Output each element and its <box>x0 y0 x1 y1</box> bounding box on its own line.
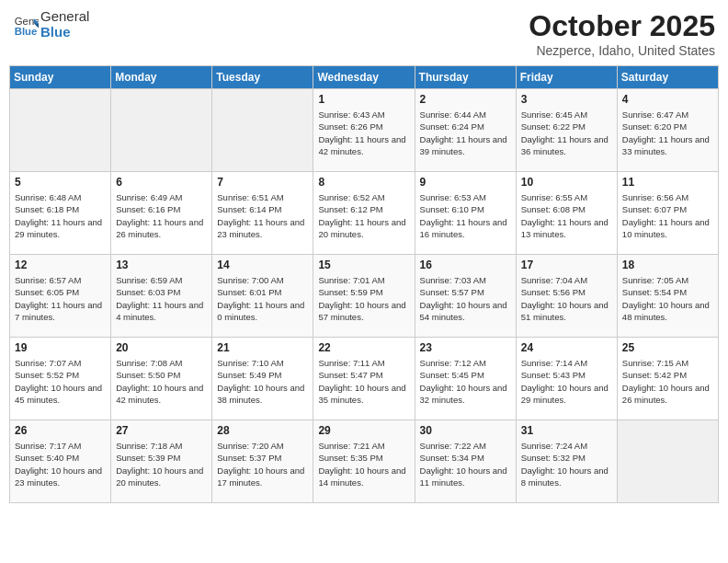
day-number: 29 <box>318 424 409 437</box>
day-number: 3 <box>521 93 612 106</box>
day-number: 24 <box>521 341 612 354</box>
day-number: 15 <box>318 259 409 271</box>
calendar-cell: 16Sunrise: 7:03 AM Sunset: 5:57 PM Dayli… <box>415 255 516 338</box>
weekday-header-friday: Friday <box>516 66 617 89</box>
day-number: 10 <box>521 176 612 189</box>
day-info: Sunrise: 7:05 AM Sunset: 5:54 PM Dayligh… <box>622 274 713 323</box>
day-info: Sunrise: 7:01 AM Sunset: 5:59 PM Dayligh… <box>318 274 409 323</box>
day-number: 21 <box>217 341 308 354</box>
calendar-cell: 10Sunrise: 6:55 AM Sunset: 6:08 PM Dayli… <box>516 172 617 255</box>
day-number: 9 <box>420 176 511 189</box>
day-info: Sunrise: 6:57 AM Sunset: 6:05 PM Dayligh… <box>15 274 106 323</box>
svg-text:Blue: Blue <box>15 25 38 36</box>
calendar-cell: 9Sunrise: 6:53 AM Sunset: 6:10 PM Daylig… <box>415 172 516 255</box>
day-number: 1 <box>318 93 409 106</box>
logo-icon: General Blue <box>13 12 39 38</box>
day-info: Sunrise: 7:18 AM Sunset: 5:39 PM Dayligh… <box>116 440 207 488</box>
day-number: 7 <box>217 176 308 189</box>
calendar-cell: 4Sunrise: 6:47 AM Sunset: 6:20 PM Daylig… <box>617 89 718 172</box>
day-number: 16 <box>420 259 511 271</box>
day-info: Sunrise: 7:04 AM Sunset: 5:56 PM Dayligh… <box>521 274 612 323</box>
calendar-cell: 7Sunrise: 6:51 AM Sunset: 6:14 PM Daylig… <box>212 172 313 255</box>
day-info: Sunrise: 7:11 AM Sunset: 5:47 PM Dayligh… <box>318 357 409 406</box>
day-number: 2 <box>420 93 511 106</box>
calendar-cell: 2Sunrise: 6:44 AM Sunset: 6:24 PM Daylig… <box>415 89 516 172</box>
page-header: General Blue General Blue October 2025 N… <box>9 9 719 58</box>
weekday-header-sunday: Sunday <box>10 66 111 89</box>
calendar-week-1: 1Sunrise: 6:43 AM Sunset: 6:26 PM Daylig… <box>10 89 719 172</box>
weekday-header-wednesday: Wednesday <box>313 66 415 89</box>
day-info: Sunrise: 7:14 AM Sunset: 5:43 PM Dayligh… <box>521 357 612 406</box>
day-number: 22 <box>318 341 409 354</box>
logo-blue-text: Blue <box>40 25 89 40</box>
month-title: October 2025 <box>529 9 715 43</box>
day-number: 28 <box>217 424 308 437</box>
calendar-cell: 6Sunrise: 6:49 AM Sunset: 6:16 PM Daylig… <box>111 172 212 255</box>
day-number: 30 <box>420 424 511 437</box>
day-info: Sunrise: 7:08 AM Sunset: 5:50 PM Dayligh… <box>116 357 207 406</box>
day-info: Sunrise: 7:03 AM Sunset: 5:57 PM Dayligh… <box>420 274 511 323</box>
calendar-cell <box>212 89 313 172</box>
calendar-cell: 30Sunrise: 7:22 AM Sunset: 5:34 PM Dayli… <box>415 420 516 503</box>
day-number: 23 <box>420 341 511 354</box>
day-number: 8 <box>318 176 409 189</box>
day-number: 13 <box>116 259 207 271</box>
calendar-cell: 25Sunrise: 7:15 AM Sunset: 5:42 PM Dayli… <box>617 338 718 420</box>
day-info: Sunrise: 6:55 AM Sunset: 6:08 PM Dayligh… <box>521 191 612 240</box>
day-info: Sunrise: 6:53 AM Sunset: 6:10 PM Dayligh… <box>420 191 511 240</box>
day-info: Sunrise: 7:00 AM Sunset: 6:01 PM Dayligh… <box>217 274 308 323</box>
day-info: Sunrise: 6:47 AM Sunset: 6:20 PM Dayligh… <box>622 109 713 157</box>
weekday-header-monday: Monday <box>111 66 212 89</box>
day-number: 25 <box>622 341 713 354</box>
calendar-cell <box>111 89 212 172</box>
day-info: Sunrise: 6:52 AM Sunset: 6:12 PM Dayligh… <box>318 191 409 240</box>
calendar-cell <box>10 89 111 172</box>
calendar-cell: 3Sunrise: 6:45 AM Sunset: 6:22 PM Daylig… <box>516 89 617 172</box>
logo-text: General Blue <box>40 9 89 40</box>
calendar-cell: 26Sunrise: 7:17 AM Sunset: 5:40 PM Dayli… <box>10 420 111 503</box>
location-text: Nezperce, Idaho, United States <box>529 43 715 58</box>
day-number: 17 <box>521 259 612 271</box>
day-number: 26 <box>15 424 106 437</box>
calendar-cell: 15Sunrise: 7:01 AM Sunset: 5:59 PM Dayli… <box>313 255 415 338</box>
day-info: Sunrise: 7:21 AM Sunset: 5:35 PM Dayligh… <box>318 440 409 488</box>
calendar-cell: 31Sunrise: 7:24 AM Sunset: 5:32 PM Dayli… <box>516 420 617 503</box>
day-number: 12 <box>15 259 106 271</box>
day-number: 6 <box>116 176 207 189</box>
day-info: Sunrise: 7:10 AM Sunset: 5:49 PM Dayligh… <box>217 357 308 406</box>
day-info: Sunrise: 6:51 AM Sunset: 6:14 PM Dayligh… <box>217 191 308 240</box>
day-number: 14 <box>217 259 308 271</box>
day-info: Sunrise: 6:44 AM Sunset: 6:24 PM Dayligh… <box>420 109 511 157</box>
calendar-cell: 28Sunrise: 7:20 AM Sunset: 5:37 PM Dayli… <box>212 420 313 503</box>
day-number: 31 <box>521 424 612 437</box>
calendar-header-row: SundayMondayTuesdayWednesdayThursdayFrid… <box>10 66 719 89</box>
calendar-week-4: 19Sunrise: 7:07 AM Sunset: 5:52 PM Dayli… <box>10 338 719 420</box>
day-info: Sunrise: 7:12 AM Sunset: 5:45 PM Dayligh… <box>420 357 511 406</box>
day-info: Sunrise: 6:59 AM Sunset: 6:03 PM Dayligh… <box>116 274 207 323</box>
weekday-header-tuesday: Tuesday <box>212 66 313 89</box>
day-number: 11 <box>622 176 713 189</box>
day-info: Sunrise: 7:20 AM Sunset: 5:37 PM Dayligh… <box>217 440 308 488</box>
calendar-week-2: 5Sunrise: 6:48 AM Sunset: 6:18 PM Daylig… <box>10 172 719 255</box>
calendar-cell: 22Sunrise: 7:11 AM Sunset: 5:47 PM Dayli… <box>313 338 415 420</box>
calendar-cell: 24Sunrise: 7:14 AM Sunset: 5:43 PM Dayli… <box>516 338 617 420</box>
day-info: Sunrise: 6:49 AM Sunset: 6:16 PM Dayligh… <box>116 191 207 240</box>
calendar-cell: 18Sunrise: 7:05 AM Sunset: 5:54 PM Dayli… <box>617 255 718 338</box>
calendar-cell: 1Sunrise: 6:43 AM Sunset: 6:26 PM Daylig… <box>313 89 415 172</box>
calendar-cell: 20Sunrise: 7:08 AM Sunset: 5:50 PM Dayli… <box>111 338 212 420</box>
calendar-cell: 13Sunrise: 6:59 AM Sunset: 6:03 PM Dayli… <box>111 255 212 338</box>
calendar-cell: 17Sunrise: 7:04 AM Sunset: 5:56 PM Dayli… <box>516 255 617 338</box>
day-number: 4 <box>622 93 713 106</box>
day-number: 19 <box>15 341 106 354</box>
day-info: Sunrise: 6:43 AM Sunset: 6:26 PM Dayligh… <box>318 109 409 157</box>
day-info: Sunrise: 7:24 AM Sunset: 5:32 PM Dayligh… <box>521 440 612 488</box>
calendar-cell: 12Sunrise: 6:57 AM Sunset: 6:05 PM Dayli… <box>10 255 111 338</box>
logo-general-text: General <box>40 9 89 25</box>
day-number: 20 <box>116 341 207 354</box>
calendar-cell <box>617 420 718 503</box>
day-number: 27 <box>116 424 207 437</box>
calendar-cell: 21Sunrise: 7:10 AM Sunset: 5:49 PM Dayli… <box>212 338 313 420</box>
calendar-cell: 8Sunrise: 6:52 AM Sunset: 6:12 PM Daylig… <box>313 172 415 255</box>
day-info: Sunrise: 7:15 AM Sunset: 5:42 PM Dayligh… <box>622 357 713 406</box>
calendar-cell: 19Sunrise: 7:07 AM Sunset: 5:52 PM Dayli… <box>10 338 111 420</box>
